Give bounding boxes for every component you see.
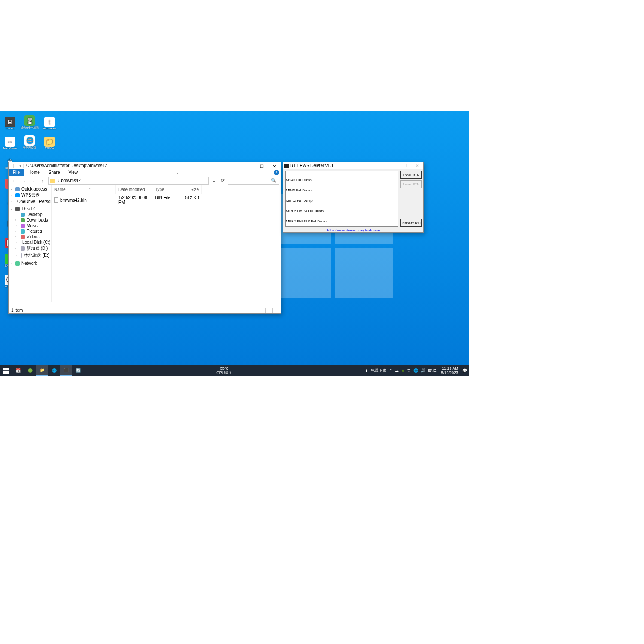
nav-this-pc[interactable]: ⌄This PC	[9, 206, 51, 212]
tray-network-icon[interactable]: 🌐	[413, 368, 418, 373]
list-item[interactable]: ME9.2 EK924 Full Dump	[286, 210, 398, 213]
ribbon-share-tab[interactable]: Share	[44, 169, 64, 176]
col-name[interactable]: Name⌃	[52, 185, 116, 194]
file-item[interactable]: bmwms42.bin 1/20/2023 6:08 PM BIN File 5…	[52, 194, 281, 206]
nav-music[interactable]: ›Music	[9, 223, 51, 228]
file-icon	[54, 197, 58, 203]
btt-window: BTT EWS Deleter v1.1 — ☐ ✕ MS43 Full Dum…	[283, 162, 424, 233]
nav-disk-d[interactable]: ›新加卷 (D:)	[9, 245, 51, 252]
nav-quick-access[interactable]: ⌄Quick access	[9, 186, 51, 192]
nav-network[interactable]: ›Network	[9, 261, 51, 266]
maximize-button[interactable]: ☐	[255, 162, 268, 170]
load-bin-button[interactable]: Load BIN	[400, 171, 422, 179]
tray-overflow-icon[interactable]: ⌃	[389, 368, 392, 373]
taskbar-chrome[interactable]: 🌐	[48, 365, 60, 376]
taskbar-app[interactable]: 🔄	[72, 365, 84, 376]
desktop-icon-this-pc[interactable]: 🖥This PC	[1, 112, 19, 130]
ribbon-view-tab[interactable]: View	[64, 169, 82, 176]
app-icon	[284, 164, 289, 168]
refresh-button[interactable]: ⟳	[219, 178, 226, 183]
nav-onedrive[interactable]: ›OneDrive - Personal	[9, 199, 51, 204]
nav-wps[interactable]: ›WPS云盘	[9, 192, 51, 199]
ribbon-file-tab[interactable]: File	[9, 169, 24, 176]
nav-disk-e[interactable]: ›本地磁盘 (E:)	[9, 252, 51, 259]
nav-downloads[interactable]: ›Downloads	[9, 217, 51, 223]
explorer-window: | ▾ | C:\Users\Administrator\Desktop\bmw…	[8, 162, 281, 314]
desktop-icon-chrome[interactable]: 🌐谷歌浏览器	[21, 131, 39, 149]
nav-pictures[interactable]: ›Pictures	[9, 228, 51, 234]
col-date[interactable]: Date modified	[116, 185, 152, 194]
minimize-button[interactable]: —	[242, 162, 255, 170]
taskbar-btt[interactable]: ⬛	[60, 365, 72, 376]
nav-recent-button[interactable]: ⌄	[29, 179, 37, 182]
ecu-list[interactable]: MS43 Full Dump MS45 Full Dump ME7.2 Full…	[285, 171, 398, 227]
nav-forward-button[interactable]: →	[20, 178, 27, 183]
search-icon: 🔍	[271, 178, 277, 183]
nav-disk-c[interactable]: ›Local Disk (C:)	[9, 240, 51, 245]
compatibil-button[interactable]: Compatibil	[400, 219, 422, 227]
start-button[interactable]	[0, 365, 12, 376]
ribbon-home-tab[interactable]: Home	[24, 169, 44, 176]
svg-rect-1	[6, 368, 9, 370]
close-button[interactable]: ✕	[268, 162, 281, 170]
view-large-button[interactable]	[272, 308, 278, 313]
taskbar-explorer[interactable]: 📁	[36, 365, 48, 376]
list-item[interactable]: MS45 Full Dump	[286, 189, 398, 192]
nav-back-button[interactable]: ←	[10, 178, 18, 183]
weather-icon[interactable]: 🌡	[365, 368, 368, 373]
tray-nvidia-icon[interactable]: ◈	[401, 368, 404, 373]
taskbar-app[interactable]: 🟢	[24, 365, 36, 376]
window-title: C:\Users\Administrator\Desktop\bmwms42	[26, 163, 107, 168]
nav-desktop[interactable]: Desktop	[9, 212, 51, 217]
taskbar-app[interactable]: 📆	[12, 365, 24, 376]
list-item[interactable]: MS43 Full Dump	[286, 179, 398, 182]
svg-rect-2	[3, 371, 6, 374]
tray-clock[interactable]: 11:19 AM8/19/2023	[439, 366, 460, 375]
help-button[interactable]: ?	[274, 170, 279, 175]
maximize-button[interactable]: ☐	[399, 162, 411, 169]
save-bin-button: Save BIN	[400, 180, 422, 188]
nav-videos[interactable]: ›Videos	[9, 234, 51, 240]
window-title: BTT EWS Deleter v1.1	[290, 163, 334, 168]
list-item[interactable]: ME7.2 Full Dump	[286, 199, 398, 203]
desktop-icon-tse-file[interactable]: 📁TSE-file	[40, 131, 58, 149]
tray-onedrive-icon[interactable]: ☁	[395, 368, 399, 373]
tray-volume-icon[interactable]: 🔊	[421, 368, 425, 373]
folder-icon	[50, 179, 55, 183]
address-dropdown-icon[interactable]: ⌄	[210, 178, 217, 183]
tray-lang[interactable]: ENG	[428, 368, 437, 373]
nav-up-button[interactable]: ↑	[39, 178, 46, 183]
tray-security-icon[interactable]: 🛡	[407, 368, 411, 373]
website-link[interactable]: https://www.bimmetuningtools.com	[327, 228, 380, 232]
desktop-icon-teamviewer[interactable]: ↔TeamViewer	[1, 131, 19, 149]
minimize-button[interactable]: —	[387, 162, 399, 169]
weather-text[interactable]: 气温下降	[371, 368, 386, 374]
address-bar[interactable]: › bmwms42	[48, 177, 209, 185]
desktop-icon-rabbit[interactable]: 🐰超级兔子IT搜索	[21, 112, 39, 130]
tray-notifications-icon[interactable]: 💬	[462, 368, 467, 373]
close-button[interactable]: ✕	[411, 162, 423, 169]
cpu-temp[interactable]: 55°CCPU温度	[216, 366, 232, 375]
desktop-icon-techstream[interactable]: tTechstream	[40, 112, 58, 130]
ribbon-expand-icon[interactable]: ⌄	[176, 170, 181, 175]
col-size[interactable]: Size	[182, 185, 202, 194]
list-item[interactable]: ME9.2 EK928.0 Full Dump	[286, 220, 398, 223]
nav-pane: ⌄Quick access ›WPS云盘 ›OneDrive - Persona…	[9, 185, 52, 302]
svg-rect-0	[3, 368, 6, 370]
col-type[interactable]: Type	[152, 185, 182, 194]
taskbar: 📆 🟢 📁 🌐 ⬛ 🔄 55°CCPU温度 🌡 气温下降 ⌃ ☁ ◈ 🛡 🌐 🔊…	[0, 365, 469, 376]
search-input[interactable]: 🔍	[228, 177, 279, 185]
svg-rect-3	[6, 371, 9, 374]
view-details-button[interactable]	[265, 308, 271, 313]
status-item-count: 1 item	[11, 308, 23, 313]
